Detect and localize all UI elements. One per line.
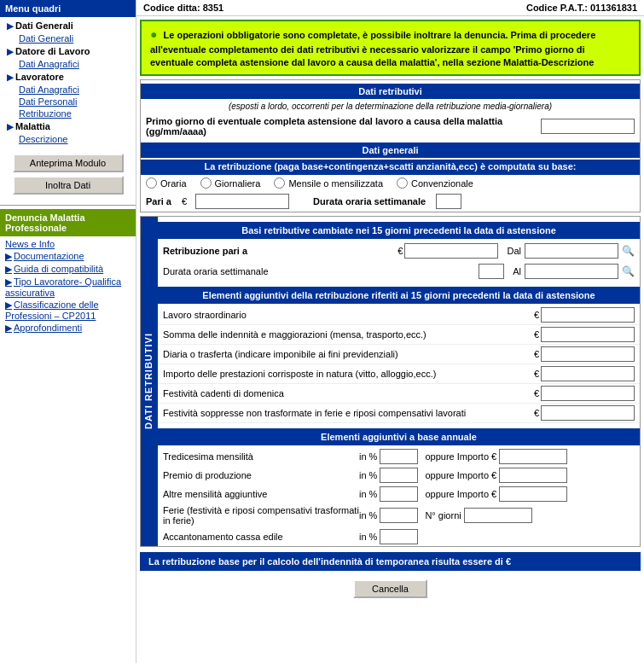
durata-oraria-settimanale-row: Durata oraria settimanale Al 🔍 — [158, 261, 640, 282]
primo-giorno-label: Primo giorno di eventuale completa asten… — [146, 116, 541, 137]
radio-mensile[interactable]: Mensile o mensilizzata — [274, 177, 383, 189]
anteprima-modulo-button[interactable]: Anteprima Modulo — [13, 154, 124, 172]
oppure-importo-label-2: oppure Importo — [425, 470, 489, 480]
sidebar-item-tipo-lavoratore[interactable]: ▶Tipo Lavoratore- Qualifica assicurativa — [0, 276, 136, 299]
altre-label: Altre mensilità aggiuntive — [163, 489, 359, 499]
accantonamento-row: Accantonamento cassa edile in % — [158, 527, 640, 546]
sidebar-item-classificazione[interactable]: ▶Classificazione delle Professioni – CP2… — [0, 299, 136, 322]
tredicesima-importo-input[interactable] — [499, 449, 567, 464]
tredicesima-label: Tredicesima mensilità — [163, 451, 359, 462]
alert-bullet: ● — [150, 27, 157, 41]
premio-perc-input[interactable] — [380, 468, 418, 483]
sidebar-group-dati-generali: ▶ Dati Generali — [3, 19, 132, 32]
oppure-importo-label-3: oppure Importo — [425, 489, 489, 499]
festivita-domenica-input[interactable] — [541, 386, 635, 401]
sidebar-title: Menu quadri — [0, 0, 136, 17]
ferie-label: Ferie (festività e riposi compensativi t… — [163, 505, 359, 526]
euro-sign-9: € — [491, 451, 496, 462]
in-perc-label-4: in % — [359, 510, 377, 521]
elementi-aggiuntivi-header: Elementi aggiuntivi della retribuzione r… — [158, 287, 640, 304]
sidebar-group-malattia: ▶ Malattia — [3, 119, 132, 133]
durata-oraria-settimanale-input[interactable] — [479, 264, 504, 279]
importo-prestazioni-input[interactable] — [541, 366, 635, 381]
altre-importo-input[interactable] — [499, 486, 567, 502]
radio-convenzionale-input[interactable] — [397, 177, 408, 189]
euro-sign-6: € — [534, 369, 539, 379]
sidebar-item-approfondimenti[interactable]: ▶Approfondimenti — [0, 322, 136, 334]
durata-oraria-label: Durata oraria settimanale — [313, 196, 426, 206]
festivita-soppresse-input[interactable] — [541, 405, 635, 421]
alert-text: Le operazioni obbligatorie sono completa… — [150, 30, 595, 67]
sidebar-item-dati-anagrafici-1[interactable]: Dati Anagrafici — [15, 58, 132, 70]
in-perc-label-2: in % — [359, 470, 377, 480]
sidebar-item-news-info[interactable]: News e Info — [0, 238, 136, 250]
tredicesima-perc-input[interactable] — [380, 449, 418, 464]
sidebar-item-descrizione[interactable]: Descrizione — [15, 133, 132, 145]
dal-input[interactable] — [525, 243, 618, 259]
sidebar-group-lavoratore: ▶ Lavoratore — [3, 70, 132, 84]
al-label: Al — [513, 266, 521, 276]
ferie-row: Ferie (festività e riposi compensativi t… — [158, 503, 640, 527]
euro-sign-2: € — [397, 246, 403, 256]
euro-sign-3: € — [534, 310, 539, 320]
dati-generali-subtitle: La retribuzione (paga base+contingenza+s… — [141, 160, 640, 175]
primo-giorno-row: Primo giorno di eventuale completa asten… — [141, 113, 640, 139]
somma-indennita-input[interactable] — [541, 327, 635, 342]
lavoro-straordinario-input[interactable] — [541, 307, 635, 323]
dal-label: Dal — [507, 246, 521, 256]
premio-label: Premio di produzione — [163, 470, 359, 480]
dati-retributivi-vertical-label: DATI RETRIBUTIVI — [141, 217, 158, 546]
bottom-result: La retribuzione base per il calcolo dell… — [140, 552, 641, 571]
festivita-soppresse-row: Festività soppresse non trasformate in f… — [158, 404, 640, 423]
ferie-giorni-input[interactable] — [464, 508, 532, 523]
al-input[interactable] — [525, 264, 618, 279]
pari-a-input[interactable] — [195, 194, 289, 209]
euro-sign-4: € — [534, 329, 539, 340]
sidebar-item-dati-generali[interactable]: Dati Generali — [15, 32, 132, 44]
radio-oraria[interactable]: Oraria — [146, 177, 187, 189]
sidebar-item-dati-personali[interactable]: Dati Personali — [15, 96, 132, 108]
euro-sign-1: € — [182, 196, 187, 206]
basi-retributive-header: Basi retributive cambiate nei 15 giorni … — [158, 222, 640, 239]
al-search-icon[interactable]: 🔍 — [622, 265, 635, 277]
retribuzione-pari-a-label: Retribuzione pari a — [163, 246, 397, 256]
cancel-row: Cancella — [136, 574, 644, 603]
diaria-row: Diaria o trasferta (indicare imponibile … — [158, 345, 640, 364]
inoltra-dati-button[interactable]: Inoltra Dati — [13, 176, 124, 195]
primo-giorno-input[interactable] — [541, 119, 635, 134]
n-giorni-label: N° giorni — [425, 510, 461, 521]
altre-perc-input[interactable] — [380, 486, 418, 502]
cancella-button[interactable]: Cancella — [353, 579, 427, 598]
dati-generali-header: Dati generali — [141, 142, 640, 158]
sidebar-item-guida[interactable]: ▶Guida di compatibilità — [0, 263, 136, 276]
pari-a-row: Pari a € Durata oraria settimanale — [141, 191, 640, 212]
radio-giornaliera[interactable]: Giornaliera — [200, 177, 261, 189]
euro-sign-7: € — [534, 388, 539, 398]
ferie-perc-input[interactable] — [380, 508, 418, 523]
euro-sign-5: € — [534, 349, 539, 359]
diaria-input[interactable] — [541, 346, 635, 362]
premio-importo-input[interactable] — [499, 468, 567, 483]
sidebar-item-dati-anagrafici-2[interactable]: Dati Anagrafici — [15, 84, 132, 96]
dati-retributivi-subtitle: (esposti a lordo, occorrenti per la dete… — [141, 101, 640, 113]
retribuzione-pari-a-input[interactable] — [404, 243, 498, 259]
radio-giornaliera-input[interactable] — [200, 177, 212, 189]
sidebar-item-retribuzione[interactable]: Retribuzione — [15, 108, 132, 119]
importo-prestazioni-row: Importo delle prestazioni corrisposte in… — [158, 364, 640, 384]
oppure-importo-label-1: oppure Importo — [425, 451, 489, 462]
somma-indennita-row: Somma delle indennità e maggiorazioni (m… — [158, 325, 640, 345]
accantonamento-perc-input[interactable] — [380, 529, 418, 544]
dal-search-icon[interactable]: 🔍 — [622, 245, 635, 257]
in-perc-label-5: in % — [359, 532, 377, 542]
durata-oraria-input[interactable] — [436, 194, 461, 209]
accantonamento-label: Accantonamento cassa edile — [163, 532, 359, 542]
dati-retributivi-header: Dati retributivi — [141, 84, 640, 99]
radio-mensile-input[interactable] — [274, 177, 285, 189]
elementi-annuale-header: Elementi aggiuntivi a base annuale — [158, 428, 640, 445]
sidebar-item-documentazione[interactable]: ▶Documentazione — [0, 250, 136, 263]
radio-oraria-input[interactable] — [146, 177, 157, 189]
festivita-soppresse-label: Festività soppresse non trasformate in f… — [163, 408, 534, 418]
euro-sign-11: € — [491, 489, 496, 499]
radio-convenzionale[interactable]: Convenzionale — [397, 177, 473, 189]
alert-box: ● Le operazioni obbligatorie sono comple… — [140, 20, 641, 76]
